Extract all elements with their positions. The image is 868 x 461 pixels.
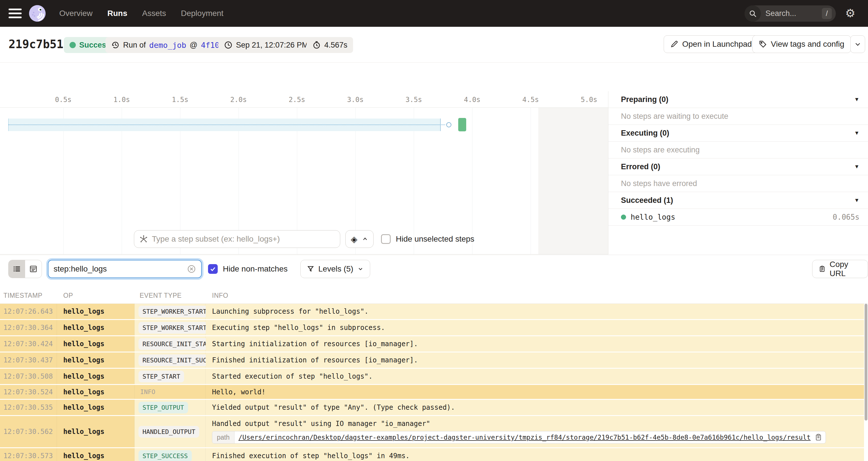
panel-section-header-3[interactable]: Succeeded (1)▼ bbox=[609, 192, 868, 209]
log-op-name: hello_logs bbox=[57, 352, 134, 368]
col-timestamp: TIMESTAMP bbox=[0, 292, 57, 300]
log-filter-input[interactable]: step:hello_logs bbox=[48, 260, 202, 278]
panel-section-header-0[interactable]: Preparing (0)▼ bbox=[609, 91, 868, 108]
run-id-title: 219c7b51 bbox=[8, 38, 64, 51]
dagster-logo[interactable] bbox=[29, 5, 45, 22]
log-table: TIMESTAMP OP EVENT TYPE INFO 12:07:26.64… bbox=[0, 288, 868, 461]
step-success-dot-icon bbox=[621, 215, 626, 220]
log-event-type-cell: STEP_WORKER_STARTED bbox=[134, 320, 206, 335]
view-tags-config-button[interactable]: View tags and config bbox=[752, 35, 851, 53]
log-timestamp[interactable]: 12:07:30.508 bbox=[0, 369, 57, 384]
log-row[interactable]: 12:07:30.535hello_logsSTEP_OUTPUTYielded… bbox=[0, 400, 864, 416]
log-info-cell: Yielded output "result" of type "Any". (… bbox=[206, 400, 864, 415]
axis-tick-label: 5.0s bbox=[581, 96, 597, 104]
panel-section-empty: No steps have errored bbox=[609, 175, 868, 192]
section-collapse-caret-icon[interactable]: ▼ bbox=[854, 96, 860, 102]
panel-step-row[interactable]: hello_logs0.065s bbox=[609, 209, 868, 226]
hide-unselected-checkbox[interactable] bbox=[381, 234, 391, 244]
log-row[interactable]: 12:07:30.573hello_logsSTEP_SUCCESSFinish… bbox=[0, 448, 864, 461]
axis-tick-label: 3.0s bbox=[347, 96, 364, 104]
clear-filter-icon[interactable] bbox=[187, 265, 196, 274]
step-bar-hello-logs[interactable] bbox=[458, 118, 466, 131]
raw-view-button[interactable] bbox=[25, 260, 41, 278]
log-info-text: Finished initialization of resources [io… bbox=[212, 356, 418, 364]
search-placeholder: Search... bbox=[766, 9, 822, 18]
axis-tick-label: 0.5s bbox=[55, 96, 71, 104]
event-type-label: INFO bbox=[138, 388, 155, 396]
log-timestamp[interactable]: 12:07:30.573 bbox=[0, 448, 57, 461]
axis-tick-label: 4.0s bbox=[464, 96, 480, 104]
copy-url-button[interactable]: Copy URL bbox=[812, 260, 868, 278]
header-more-button[interactable] bbox=[850, 35, 865, 53]
hide-unselected-label: Hide unselected steps bbox=[396, 235, 474, 244]
panel-section-header-1[interactable]: Executing (0)▼ bbox=[609, 125, 868, 142]
nav-item-overview[interactable]: Overview bbox=[59, 9, 93, 18]
axis-tick-label: 2.0s bbox=[230, 96, 247, 104]
search-icon bbox=[745, 5, 761, 22]
col-info: INFO bbox=[206, 292, 868, 300]
hide-non-matches-checkbox[interactable] bbox=[208, 264, 218, 274]
axis-tick-label: 2.5s bbox=[289, 96, 305, 104]
step-marker-circle[interactable] bbox=[446, 122, 452, 127]
attachment-path-link[interactable]: /Users/erincochran/Desktop/dagster-examp… bbox=[235, 434, 815, 441]
log-row[interactable]: 12:07:26.643hello_logsSTEP_WORKER_STARTI… bbox=[0, 304, 864, 320]
copy-path-icon[interactable] bbox=[815, 434, 826, 441]
log-info-cell: Finished initialization of resources [io… bbox=[206, 352, 864, 368]
log-info-cell: Started execution of step "hello_logs". bbox=[206, 369, 864, 384]
log-row[interactable]: 12:07:30.524hello_logsINFOHello, world! bbox=[0, 385, 864, 400]
log-timestamp[interactable]: 12:07:30.524 bbox=[0, 385, 57, 399]
search-input[interactable]: Search... / bbox=[745, 5, 836, 22]
log-row[interactable]: 12:07:30.562hello_logsHANDLED_OUTPUTHand… bbox=[0, 416, 864, 448]
nav-item-runs[interactable]: Runs bbox=[107, 9, 127, 18]
open-in-launchpad-button[interactable]: Open in Launchpad bbox=[664, 35, 758, 53]
table-view-button[interactable] bbox=[8, 260, 25, 278]
levels-filter-button[interactable]: Levels (5) bbox=[300, 260, 370, 278]
hamburger-menu-icon[interactable] bbox=[8, 8, 22, 18]
log-timestamp[interactable]: 12:07:30.364 bbox=[0, 320, 57, 335]
attachment-label: path bbox=[212, 431, 235, 443]
duration-pill: 4.567s bbox=[307, 37, 353, 53]
col-event-type: EVENT TYPE bbox=[134, 292, 206, 300]
log-timestamp[interactable]: 12:07:30.437 bbox=[0, 352, 57, 368]
clipboard-icon bbox=[819, 265, 826, 273]
funnel-icon bbox=[307, 265, 314, 273]
step-subset-input[interactable]: Type a step subset (ex: hello_logs+) bbox=[134, 230, 340, 248]
section-collapse-caret-icon[interactable]: ▼ bbox=[854, 163, 860, 170]
log-info-text: Finished execution of step "hello_logs" … bbox=[212, 452, 410, 460]
log-timestamp[interactable]: 12:07:30.424 bbox=[0, 336, 57, 351]
panel-section-header-2[interactable]: Errored (0)▼ bbox=[609, 158, 868, 175]
step-subset-placeholder: Type a step subset (ex: hello_logs+) bbox=[152, 235, 280, 244]
chevron-down-icon bbox=[358, 266, 364, 272]
graph-query-toggle-button[interactable]: ◈ bbox=[345, 230, 374, 248]
nav-item-deployment[interactable]: Deployment bbox=[181, 9, 223, 18]
log-scrollbar[interactable] bbox=[865, 304, 867, 421]
log-op-name: hello_logs bbox=[57, 320, 134, 335]
axis-tick-label: 1.5s bbox=[172, 96, 188, 104]
log-timestamp[interactable]: 12:07:26.643 bbox=[0, 304, 57, 319]
section-collapse-caret-icon[interactable]: ▼ bbox=[854, 197, 860, 204]
log-info-text: Executing step "hello_logs" in subproces… bbox=[212, 324, 385, 332]
log-op-name: hello_logs bbox=[57, 416, 134, 447]
event-type-badge: STEP_OUTPUT bbox=[138, 402, 188, 413]
log-timestamp[interactable]: 12:07:30.535 bbox=[0, 400, 57, 415]
log-op-name: hello_logs bbox=[57, 304, 134, 319]
log-table-header: TIMESTAMP OP EVENT TYPE INFO bbox=[0, 288, 868, 304]
event-type-badge: STEP_START bbox=[138, 371, 184, 382]
pencil-icon bbox=[670, 40, 678, 48]
log-timestamp[interactable]: 12:07:30.562 bbox=[0, 416, 57, 447]
nav-item-assets[interactable]: Assets bbox=[142, 9, 166, 18]
log-info-cell: Executing step "hello_logs" in subproces… bbox=[206, 320, 864, 335]
panel-section-empty: No steps are waiting to execute bbox=[609, 108, 868, 125]
log-op-name: hello_logs bbox=[57, 369, 134, 384]
log-row[interactable]: 12:07:30.508hello_logsSTEP_STARTStarted … bbox=[0, 369, 864, 385]
panel-section-empty: No steps are executing bbox=[609, 142, 868, 158]
section-collapse-caret-icon[interactable]: ▼ bbox=[854, 130, 860, 136]
settings-gear-icon[interactable]: ⚙ bbox=[845, 7, 856, 19]
log-row[interactable]: 12:07:30.364hello_logsSTEP_WORKER_STARTE… bbox=[0, 320, 864, 336]
log-event-type-cell: STEP_OUTPUT bbox=[134, 400, 206, 415]
job-link[interactable]: demo_job bbox=[149, 41, 186, 50]
op-selector-icon bbox=[140, 235, 148, 243]
status-dot-icon bbox=[69, 42, 76, 48]
log-row[interactable]: 12:07:30.437hello_logsRESOURCE_INIT_SUCC… bbox=[0, 352, 864, 369]
log-row[interactable]: 12:07:30.424hello_logsRESOURCE_INIT_STAR… bbox=[0, 336, 864, 352]
